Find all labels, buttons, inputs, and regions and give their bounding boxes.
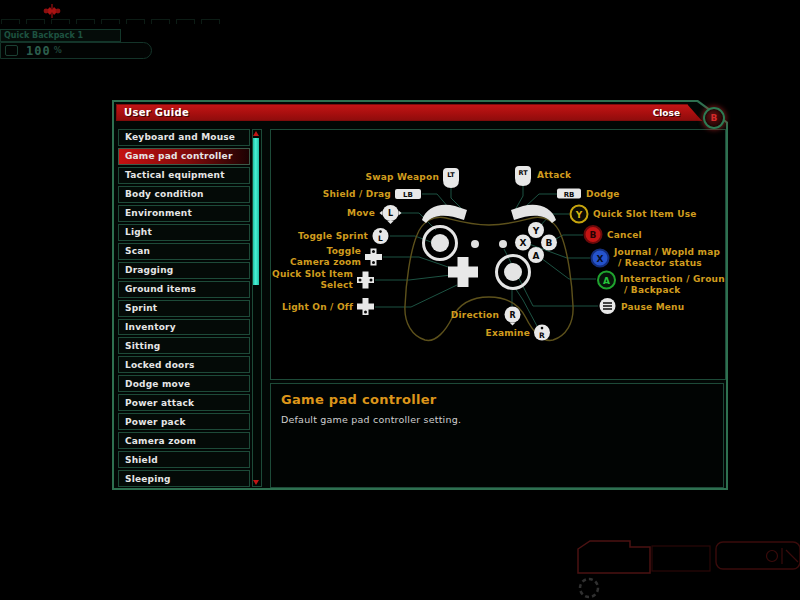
- game-screen: Quick Backpack 1 100 % User Guide Close …: [0, 0, 800, 600]
- label-toggle-camera-2: Camera zoom: [290, 257, 361, 267]
- b-glyph: B: [590, 230, 597, 240]
- sidebar-item-dragging[interactable]: Dragging: [118, 262, 250, 279]
- gun-slot-icon: [716, 542, 800, 569]
- sidebar-item-sprint[interactable]: Sprint: [118, 300, 250, 317]
- hud-tab-row: [1, 19, 220, 24]
- hud-bottom-right: [555, 528, 800, 600]
- sidebar-item-locked-doors[interactable]: Locked doors: [118, 356, 250, 373]
- label-interaction-1: Interraction / Ground: [620, 274, 725, 284]
- a-face-glyph: A: [533, 251, 540, 261]
- label-journal-1: Journal / Wopld map: [613, 247, 720, 257]
- examine-r-glyph: R: [539, 331, 545, 340]
- label-cancel: Cancel: [607, 230, 642, 240]
- hud-power-value: 100: [26, 44, 51, 58]
- hud-top-left: Quick Backpack 1 100 %: [0, 0, 220, 60]
- sidebar-item-power-attack[interactable]: Power attack: [118, 394, 250, 411]
- sidebar-scrollbar[interactable]: [252, 129, 262, 487]
- label-quick-slot-use: Quick Slot Item Use: [593, 209, 697, 219]
- label-dodge: Dodge: [586, 189, 620, 199]
- hud-power-meter: 100 %: [0, 42, 152, 59]
- menu-button: [499, 240, 507, 248]
- controller-diagram: Y X B A Swap Weapon LT Shield / Drag: [271, 130, 725, 377]
- move-l-glyph: L: [388, 209, 393, 218]
- sidebar-item-scan[interactable]: Scan: [118, 243, 250, 260]
- label-interaction-2: / Backpack: [624, 285, 681, 295]
- window-body: User Guide Close Keyboard and Mouse Game…: [114, 102, 726, 488]
- label-toggle-sprint: Toggle Sprint: [298, 231, 369, 241]
- label-quick-slot-1: Quick Slot Item: [272, 269, 353, 279]
- battery-icon: [5, 45, 18, 56]
- a-glyph: A: [603, 276, 610, 286]
- hud-power-unit: %: [54, 46, 62, 55]
- scrollbar-thumb[interactable]: [253, 138, 259, 285]
- label-attack: Attack: [537, 170, 572, 180]
- rt-glyph: RT: [518, 169, 528, 177]
- label-light-on-off: Light On / Off: [282, 302, 353, 312]
- scroll-up-icon[interactable]: [253, 131, 259, 136]
- label-move: Move: [347, 208, 375, 218]
- sidebar-item-inventory[interactable]: Inventory: [118, 319, 250, 336]
- sidebar-item-game-pad-controller[interactable]: Game pad controller: [118, 148, 250, 165]
- label-examine: Examine: [486, 328, 530, 338]
- sprint-l-glyph: L: [378, 234, 383, 243]
- label-pause-menu: Pause Menu: [621, 302, 684, 312]
- close-label[interactable]: Close: [653, 108, 680, 118]
- label-direction: Direction: [451, 310, 499, 320]
- sidebar-item-light[interactable]: Light: [118, 224, 250, 241]
- y-face-glyph: Y: [532, 226, 540, 236]
- lt-glyph: LT: [447, 171, 455, 179]
- sidebar-item-tactical-equipment[interactable]: Tactical equipment: [118, 167, 250, 184]
- sidebar-item-environment[interactable]: Environment: [118, 205, 250, 222]
- lb-glyph: LB: [403, 191, 413, 199]
- left-stick-cap: [431, 234, 449, 252]
- user-guide-window: User Guide Close Keyboard and Mouse Game…: [112, 100, 728, 490]
- view-button: [471, 240, 479, 248]
- close-button[interactable]: B: [703, 107, 725, 129]
- reload-indicator-icon: [580, 579, 598, 597]
- controller-art: Y X B A: [405, 205, 573, 341]
- y-glyph: Y: [575, 210, 583, 220]
- x-face-glyph: X: [520, 238, 527, 248]
- sidebar-item-sitting[interactable]: Sitting: [118, 337, 250, 354]
- controller-diagram-panel: Y X B A Swap Weapon LT Shield / Drag: [270, 129, 726, 380]
- dpad: [448, 257, 478, 287]
- sidebar-item-sleeping[interactable]: Sleeping: [118, 470, 250, 487]
- scroll-down-icon[interactable]: [253, 480, 259, 485]
- guide-topic-sidebar: Keyboard and Mouse Game pad controller T…: [118, 129, 262, 487]
- label-toggle-camera-1: Toggle: [327, 246, 361, 256]
- topic-info-panel: Game pad controller Default game pad con…: [270, 383, 724, 488]
- hud-backpack-label: Quick Backpack 1: [0, 29, 121, 42]
- sidebar-item-keyboard-and-mouse[interactable]: Keyboard and Mouse: [118, 129, 250, 146]
- label-shield-drag: Shield / Drag: [323, 189, 391, 199]
- direction-r-glyph: R: [509, 311, 515, 320]
- sidebar-item-ground-items[interactable]: Ground items: [118, 281, 250, 298]
- label-quick-slot-2: Select: [320, 280, 353, 290]
- sidebar-item-dodge-move[interactable]: Dodge move: [118, 375, 250, 392]
- rb-glyph: RB: [564, 191, 575, 199]
- connector-lines: [375, 184, 598, 326]
- item-slot-icon: [652, 546, 710, 571]
- b-face-glyph: B: [546, 238, 553, 248]
- window-titlebar: User Guide Close: [116, 104, 702, 121]
- sidebar-item-power-pack[interactable]: Power pack: [118, 413, 250, 430]
- sidebar-item-shield[interactable]: Shield: [118, 451, 250, 468]
- topic-heading: Game pad controller: [281, 392, 713, 407]
- hud-emblem-icon: [38, 3, 66, 19]
- sidebar-item-camera-zoom[interactable]: Camera zoom: [118, 432, 250, 449]
- right-stick-cap: [504, 263, 522, 281]
- label-swap-weapon: Swap Weapon: [366, 172, 439, 182]
- sidebar-item-body-condition[interactable]: Body condition: [118, 186, 250, 203]
- sidebar-item-list: Keyboard and Mouse Game pad controller T…: [118, 129, 250, 487]
- topic-description: Default game pad controller setting.: [281, 414, 713, 425]
- x-glyph: X: [597, 254, 604, 264]
- label-journal-2: / Reactor status: [618, 258, 702, 268]
- window-title: User Guide: [124, 107, 189, 118]
- weapon-slot-icon: [578, 541, 650, 573]
